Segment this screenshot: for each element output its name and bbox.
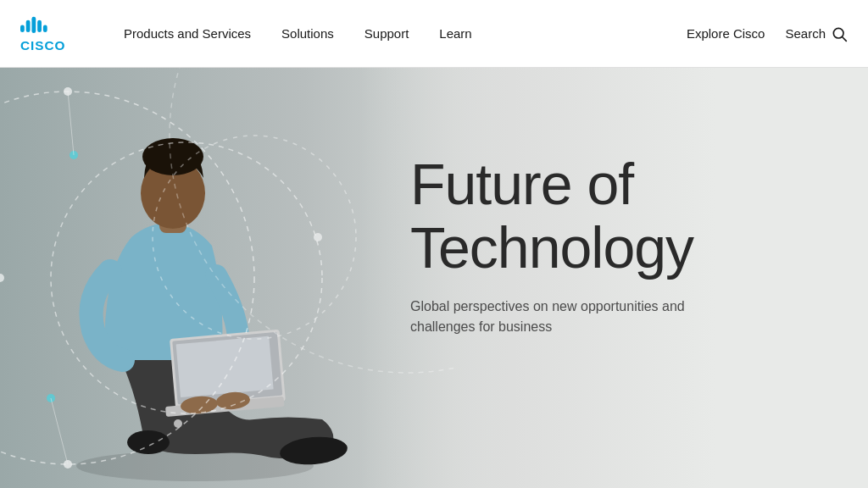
- nav-item-solutions[interactable]: Solutions: [266, 0, 349, 68]
- svg-point-31: [314, 233, 322, 241]
- hero-section: Future of Technology Global perspectives…: [0, 68, 868, 488]
- nav-item-support[interactable]: Support: [349, 0, 425, 68]
- nav-right: Explore Cisco Search: [687, 25, 848, 42]
- svg-point-21: [0, 92, 254, 464]
- svg-text:CISCO: CISCO: [20, 38, 65, 53]
- svg-line-7: [843, 36, 847, 41]
- svg-rect-2: [31, 16, 36, 32]
- svg-line-32: [68, 92, 74, 155]
- svg-point-27: [0, 274, 4, 282]
- nav-item-products[interactable]: Products and Services: [108, 0, 266, 68]
- nav-links: Products and Services Solutions Support …: [108, 0, 687, 68]
- svg-rect-4: [43, 25, 47, 32]
- svg-rect-3: [37, 19, 42, 31]
- svg-point-23: [153, 136, 356, 339]
- svg-point-30: [174, 419, 182, 428]
- svg-rect-1: [26, 19, 31, 31]
- hero-title: Future of Technology: [410, 152, 817, 280]
- search-area[interactable]: Search: [785, 25, 848, 42]
- hero-subtitle: Global perspectives on new opportunities…: [410, 297, 732, 337]
- cisco-logo: CISCO: [20, 14, 81, 54]
- main-nav: CISCO Products and Services Solutions Su…: [0, 0, 868, 68]
- search-icon: [831, 25, 848, 42]
- nav-item-learn[interactable]: Learn: [424, 0, 487, 68]
- logo-area[interactable]: CISCO: [20, 14, 81, 54]
- decorative-circles: [0, 68, 458, 488]
- hero-text-block: Future of Technology Global perspectives…: [410, 152, 817, 337]
- svg-line-33: [51, 398, 68, 464]
- explore-cisco-link[interactable]: Explore Cisco: [687, 26, 765, 41]
- svg-point-22: [51, 142, 322, 413]
- search-label: Search: [785, 26, 826, 41]
- svg-rect-0: [20, 25, 25, 32]
